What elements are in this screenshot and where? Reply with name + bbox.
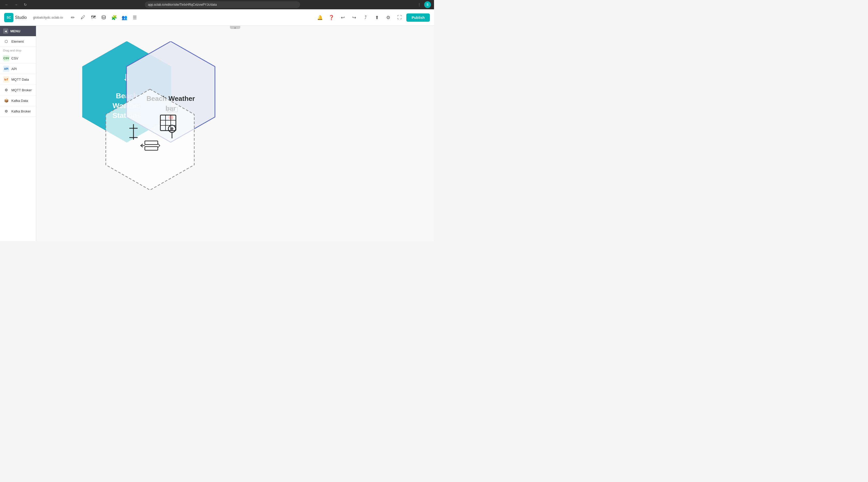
sidebar-item-csv-label: CSV: [11, 56, 18, 60]
sidebar-item-kafka-broker-label: Kafka Broker: [11, 109, 31, 113]
browser-chrome: ← → ↻ ⋮ S: [0, 0, 434, 9]
settings-btn[interactable]: ⚙: [383, 13, 393, 22]
drag-drop-label: Drag and drop: [0, 47, 36, 53]
main-layout: ◀ MENU ⬡ Element Drag and drop CSV CSV A…: [0, 26, 434, 241]
sidebar-menu-label: MENU: [10, 29, 20, 33]
undo-btn[interactable]: ↩: [338, 13, 347, 22]
header-right: 🔔 ❓ ↩ ↪ ⤴ ⬆ ⚙ ⛶ Publish: [315, 13, 430, 22]
notifications-btn[interactable]: 🔔: [315, 13, 324, 22]
browser-back-btn[interactable]: ←: [3, 1, 10, 8]
app-header: SC Studio globalcitydc.sclab.io ✏ 🖊 🗺 🧩 …: [0, 9, 434, 26]
url-bar[interactable]: [145, 1, 300, 8]
list-btn[interactable]: ☰: [130, 13, 140, 22]
kafka-broker-icon: ⚙: [3, 108, 9, 114]
sidebar-item-kafka-data[interactable]: 📦 Kafka Data: [0, 95, 36, 106]
browser-extensions-icon[interactable]: ⋮: [416, 1, 423, 8]
browser-icons: ⋮ S: [416, 1, 431, 8]
users-btn[interactable]: 👥: [120, 13, 129, 22]
api-icon: API: [3, 66, 9, 72]
help-btn[interactable]: ❓: [327, 13, 336, 22]
browser-forward-btn[interactable]: →: [12, 1, 20, 8]
sidebar: ◀ MENU ⬡ Element Drag and drop CSV CSV A…: [0, 26, 36, 241]
mqtt-broker-icon: ⚙: [3, 87, 9, 93]
mqtt-data-icon: IoT: [3, 76, 9, 83]
sidebar-item-api-label: API: [11, 67, 17, 71]
browser-profile-icon[interactable]: S: [424, 1, 431, 8]
puzzle-btn[interactable]: 🧩: [110, 13, 119, 22]
logo-area: SC Studio: [4, 13, 27, 22]
sidebar-item-kafka-data-label: Kafka Data: [11, 99, 28, 103]
site-name: globalcitydc.sclab.io: [33, 15, 63, 20]
csv-icon: CSV: [3, 55, 9, 61]
fullscreen-btn[interactable]: ⛶: [395, 13, 404, 22]
sidebar-collapse-btn[interactable]: ◀: [3, 28, 8, 34]
svg-point-0: [102, 15, 105, 17]
browser-reload-btn[interactable]: ↻: [22, 1, 29, 8]
edit-btn[interactable]: ✏: [68, 13, 78, 22]
sidebar-item-api[interactable]: API API: [0, 64, 36, 74]
canvas-area[interactable]: ▲ ⬇ Beach Weather Stations Beach Weather…: [36, 26, 434, 241]
database-btn[interactable]: [99, 13, 108, 22]
sidebar-item-element-label: Element: [11, 39, 24, 43]
element-icon: ⬡: [3, 38, 9, 44]
kafka-data-icon: 📦: [3, 97, 9, 104]
studio-label: Studio: [15, 15, 27, 20]
share-btn[interactable]: ⤴: [361, 13, 370, 22]
sidebar-item-mqtt-data[interactable]: IoT MQTT Data: [0, 74, 36, 85]
export-btn[interactable]: ⬆: [372, 13, 381, 22]
sclab-logo: SC: [4, 13, 13, 22]
redo-btn[interactable]: ↪: [349, 13, 359, 22]
sidebar-header: ◀ MENU: [0, 26, 36, 36]
header-toolbar: ✏ 🖊 🗺 🧩 👥 ☰: [68, 13, 140, 22]
svg-text:+: +: [171, 126, 174, 131]
sidebar-item-kafka-broker[interactable]: ⚙ Kafka Broker: [0, 106, 36, 117]
sidebar-item-mqtt-broker-label: MQTT Broker: [11, 88, 32, 92]
sidebar-item-mqtt-broker[interactable]: ⚙ MQTT Broker: [0, 85, 36, 95]
sidebar-item-mqtt-data-label: MQTT Data: [11, 77, 29, 82]
canvas-svg: ⬇ Beach Weather Stations Beach Weather b…: [78, 41, 310, 196]
canvas-top-handle[interactable]: ▲: [230, 26, 240, 29]
sidebar-item-csv[interactable]: CSV CSV: [0, 53, 36, 64]
publish-button[interactable]: Publish: [406, 13, 430, 22]
map-btn[interactable]: 🗺: [89, 13, 98, 22]
pencil-btn[interactable]: 🖊: [79, 13, 88, 22]
sidebar-item-element[interactable]: ⬡ Element: [0, 36, 36, 47]
